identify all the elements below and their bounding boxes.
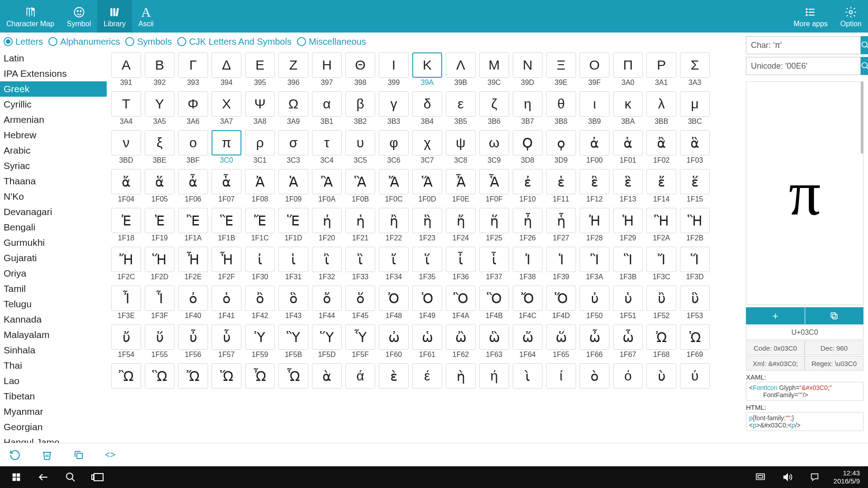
sidebar-item-myanmar[interactable]: Myanmar bbox=[0, 404, 107, 419]
char-cell[interactable]: ό bbox=[613, 363, 643, 389]
char-cell[interactable]: Η bbox=[312, 52, 342, 78]
char-cell[interactable]: ὔ bbox=[111, 324, 141, 350]
char-cell[interactable]: Δ bbox=[212, 52, 241, 78]
ribbon-symbol[interactable]: Symbol bbox=[61, 0, 97, 33]
char-cell[interactable]: ἐ bbox=[513, 169, 542, 194]
char-cell[interactable]: Γ bbox=[178, 52, 208, 78]
char-cell[interactable]: Ξ bbox=[546, 52, 576, 78]
char-cell[interactable]: Ἴ bbox=[646, 247, 676, 272]
char-cell[interactable]: ὖ bbox=[178, 324, 208, 350]
refresh-icon[interactable] bbox=[9, 449, 21, 461]
char-cell[interactable]: ὺ bbox=[646, 363, 676, 389]
code-cell[interactable]: Code: 0x03C0 bbox=[746, 341, 805, 355]
unicode-search-input[interactable] bbox=[746, 57, 861, 75]
char-cell[interactable]: η bbox=[513, 91, 542, 117]
char-cell[interactable]: ο bbox=[178, 130, 208, 155]
char-cell[interactable]: ψ bbox=[446, 130, 476, 155]
sidebar-item-n-ko[interactable]: N'Ko bbox=[0, 189, 107, 204]
char-cell[interactable]: Ὗ bbox=[345, 324, 375, 350]
char-cell[interactable]: Ἶ bbox=[111, 286, 141, 311]
filter-letters[interactable]: Letters bbox=[4, 37, 43, 47]
sidebar-item-gujarati[interactable]: Gujarati bbox=[0, 250, 107, 266]
char-cell[interactable]: ἶ bbox=[446, 247, 476, 272]
char-cell[interactable]: Ἳ bbox=[613, 247, 643, 272]
sidebar-item-malayalam[interactable]: Malayalam bbox=[0, 327, 107, 343]
sidebar-item-hebrew[interactable]: Hebrew bbox=[0, 127, 107, 143]
char-cell[interactable]: ι bbox=[580, 91, 609, 117]
char-cell[interactable]: ύ bbox=[680, 363, 710, 389]
char-cell[interactable]: Σ bbox=[680, 52, 710, 78]
char-cell[interactable]: Ἁ bbox=[278, 169, 308, 194]
char-search-button[interactable] bbox=[861, 36, 868, 54]
preview-scrollbar[interactable] bbox=[861, 81, 863, 154]
char-cell[interactable]: ἕ bbox=[680, 169, 710, 194]
sidebar-item-latin[interactable]: Latin bbox=[0, 51, 107, 66]
char-cell[interactable]: Ὢ bbox=[111, 363, 141, 389]
volume-icon[interactable] bbox=[774, 466, 801, 488]
char-cell[interactable]: Ἷ bbox=[145, 286, 175, 311]
char-cell[interactable]: Ἒ bbox=[178, 208, 208, 233]
unicode-search-button[interactable] bbox=[861, 57, 868, 75]
char-cell[interactable]: ἢ bbox=[379, 208, 409, 233]
char-cell[interactable]: ὢ bbox=[446, 324, 476, 350]
filter-alphanumerics[interactable]: Alphanumerics bbox=[48, 37, 120, 47]
xaml-code[interactable]: <FontIcon Glyph="&#x03C0;" FontFamily=""… bbox=[746, 382, 863, 401]
char-cell[interactable]: Ν bbox=[513, 52, 542, 78]
sidebar-item-cyrillic[interactable]: Cyrillic bbox=[0, 97, 107, 112]
char-cell[interactable]: Ὣ bbox=[145, 363, 175, 389]
char-cell[interactable]: λ bbox=[646, 91, 676, 117]
dec-cell[interactable]: Dec: 960 bbox=[805, 341, 863, 355]
char-cell[interactable]: Π bbox=[613, 52, 643, 78]
char-cell[interactable]: ἒ bbox=[580, 169, 609, 194]
char-cell[interactable]: ὸ bbox=[580, 363, 609, 389]
char-cell[interactable]: ρ bbox=[245, 130, 275, 155]
char-cell[interactable]: Ὄ bbox=[513, 286, 542, 311]
char-cell[interactable]: ἵ bbox=[412, 247, 442, 272]
sidebar-item-devanagari[interactable]: Devanagari bbox=[0, 204, 107, 220]
char-cell[interactable]: Ὃ bbox=[479, 286, 509, 311]
char-cell[interactable]: Ἡ bbox=[613, 208, 643, 233]
code-icon[interactable]: <> bbox=[105, 450, 115, 460]
char-cell[interactable]: Ὕ bbox=[312, 324, 342, 350]
char-cell[interactable]: ὦ bbox=[580, 324, 609, 350]
char-cell[interactable]: Ι bbox=[379, 52, 409, 78]
start-button[interactable] bbox=[3, 466, 30, 488]
sidebar-item-ipa-extensions[interactable]: IPA Extensions bbox=[0, 66, 107, 81]
char-cell[interactable]: μ bbox=[680, 91, 710, 117]
copy-button[interactable] bbox=[805, 307, 864, 324]
char-cell[interactable]: Ἐ bbox=[111, 208, 141, 233]
char-cell[interactable]: ἓ bbox=[613, 169, 643, 194]
char-cell[interactable]: ὠ bbox=[379, 324, 409, 350]
char-cell[interactable]: Ἲ bbox=[580, 247, 609, 272]
char-cell[interactable]: Ὂ bbox=[446, 286, 476, 311]
char-cell[interactable]: ἦ bbox=[513, 208, 542, 233]
char-cell[interactable]: Ἠ bbox=[580, 208, 609, 233]
char-cell[interactable]: δ bbox=[412, 91, 442, 117]
char-cell[interactable]: χ bbox=[412, 130, 442, 155]
char-cell[interactable]: ε bbox=[446, 91, 476, 117]
task-view-icon[interactable] bbox=[84, 466, 111, 488]
char-cell[interactable]: Ἓ bbox=[212, 208, 241, 233]
char-cell[interactable]: Ἀ bbox=[245, 169, 275, 194]
char-cell[interactable]: Ο bbox=[580, 52, 609, 78]
char-cell[interactable]: ἲ bbox=[312, 247, 342, 272]
char-cell[interactable]: Ϙ bbox=[513, 130, 542, 155]
char-cell[interactable]: Ἕ bbox=[278, 208, 308, 233]
char-cell[interactable]: Ἦ bbox=[178, 247, 208, 272]
char-cell[interactable]: Κ bbox=[412, 52, 442, 78]
char-cell[interactable]: β bbox=[345, 91, 375, 117]
char-cell[interactable]: Λ bbox=[446, 52, 476, 78]
char-cell[interactable]: ἆ bbox=[178, 169, 208, 194]
char-cell[interactable]: Α bbox=[111, 52, 141, 78]
char-cell[interactable]: ὐ bbox=[580, 286, 609, 311]
ribbon-option[interactable]: Option bbox=[834, 0, 868, 33]
char-search-input[interactable] bbox=[746, 36, 861, 54]
char-cell[interactable]: Ὤ bbox=[178, 363, 208, 389]
char-cell[interactable]: Ἑ bbox=[145, 208, 175, 233]
char-cell[interactable]: Ὁ bbox=[412, 286, 442, 311]
char-cell[interactable]: Ὧ bbox=[278, 363, 308, 389]
char-cell[interactable]: ἳ bbox=[345, 247, 375, 272]
char-cell[interactable]: Ἂ bbox=[312, 169, 342, 194]
char-cell[interactable]: υ bbox=[345, 130, 375, 155]
char-cell[interactable]: Ἆ bbox=[446, 169, 476, 194]
